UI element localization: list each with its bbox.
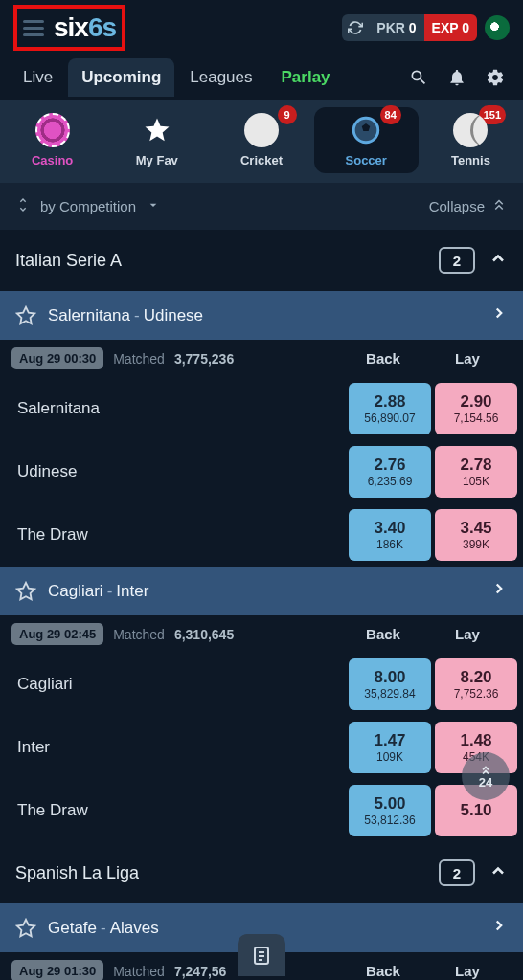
chevron-up-icon: [489, 861, 508, 885]
star-icon: [140, 113, 174, 147]
back-header: Back: [341, 350, 425, 367]
currency-balance: PKR 0: [369, 14, 423, 41]
outcome-row: Salernitana 2.8856,890.07 2.907,154.56: [0, 377, 523, 440]
league-header[interactable]: Spanish La Liga 2: [0, 842, 523, 903]
league-name: Italian Serie A: [15, 251, 122, 271]
matched-label: Matched: [113, 964, 165, 979]
match-info-row: Aug 29 02:45 Matched 6,310,645 BackLay: [0, 615, 523, 653]
lay-odds[interactable]: 2.907,154.56: [435, 383, 517, 434]
casino-chip-icon: [35, 113, 70, 147]
refresh-icon[interactable]: [342, 14, 369, 41]
sport-soccer-label: Soccer: [346, 153, 387, 167]
league-name: Spanish La Liga: [15, 863, 139, 883]
back-odds[interactable]: 5.0053,812.36: [349, 785, 431, 836]
back-odds[interactable]: 1.47109K: [349, 722, 431, 773]
balance-pill[interactable]: PKR 0 EXP 0: [342, 14, 477, 41]
lay-odds[interactable]: 3.45399K: [435, 509, 517, 561]
logo-text-main: six: [54, 12, 88, 42]
chevron-right-icon: [490, 917, 508, 939]
tab-live[interactable]: Live: [10, 58, 66, 97]
match-title: Cagliari-Inter: [48, 582, 479, 601]
scroll-top-button[interactable]: 24: [462, 752, 510, 800]
match-header[interactable]: Cagliari-Inter: [0, 567, 523, 615]
soccer-ball-icon: [349, 113, 383, 147]
outcome-name: The Draw: [17, 801, 349, 820]
match-time: Aug 29 02:45: [11, 623, 103, 645]
favorite-star-icon[interactable]: [15, 305, 36, 326]
matched-value: 3,775,236: [174, 351, 234, 367]
sport-myfav-label: My Fav: [136, 153, 178, 167]
chevron-up-icon: [489, 249, 508, 273]
back-odds[interactable]: 3.40186K: [349, 509, 431, 561]
gear-icon[interactable]: [485, 67, 506, 88]
tab-parlay[interactable]: Parlay: [268, 58, 344, 97]
sport-casino[interactable]: Casino: [0, 107, 104, 173]
cricket-ball-icon: [244, 113, 279, 147]
tennis-ball-icon: [453, 113, 488, 147]
header-right: PKR 0 EXP 0: [342, 14, 510, 41]
collapse-label: Collapse: [429, 198, 485, 214]
back-odds[interactable]: 2.766,235.69: [349, 446, 431, 498]
match-header[interactable]: Salernitana-Udinese: [0, 291, 523, 340]
lay-header: Lay: [425, 350, 510, 367]
match-info-row: Aug 29 00:30 Matched 3,775,236 BackLay: [0, 340, 523, 377]
lay-odds[interactable]: 2.78105K: [435, 446, 517, 498]
logo[interactable]: six6s: [54, 12, 116, 43]
country-flag-icon[interactable]: [485, 15, 510, 40]
double-chevron-up-icon: [490, 196, 508, 216]
sport-myfav[interactable]: My Fav: [104, 107, 209, 173]
matched-label: Matched: [113, 351, 165, 367]
exposure-balance: EXP 0: [424, 14, 477, 41]
outcome-name: Inter: [17, 738, 349, 757]
search-icon[interactable]: [408, 67, 429, 88]
collapse-button[interactable]: Collapse: [429, 196, 508, 216]
matched-label: Matched: [113, 627, 165, 642]
sport-cricket-label: Cricket: [240, 153, 283, 167]
back-odds[interactable]: 2.8856,890.07: [349, 383, 431, 434]
chevron-right-icon: [490, 304, 508, 326]
bell-icon[interactable]: [446, 67, 467, 88]
outcome-row: Cagliari 8.0035,829.84 8.207,752.36: [0, 653, 523, 716]
sort-bar: by Competition Collapse: [0, 183, 523, 230]
menu-icon[interactable]: [23, 20, 44, 36]
logo-text-accent: 6s: [88, 12, 116, 42]
sport-tennis[interactable]: 151 Tennis: [419, 107, 523, 173]
cricket-badge: 9: [278, 105, 297, 124]
outcome-name: Udinese: [17, 462, 349, 481]
back-header: Back: [341, 626, 425, 642]
tab-leagues[interactable]: Leagues: [176, 58, 265, 97]
soccer-badge: 84: [380, 105, 401, 124]
favorite-star-icon[interactable]: [15, 918, 36, 939]
sort-dropdown[interactable]: by Competition: [15, 197, 161, 215]
sport-soccer[interactable]: 84 Soccer: [314, 107, 419, 173]
tab-upcoming[interactable]: Upcoming: [68, 58, 174, 97]
sport-categories: Casino My Fav 9 Cricket 84 Soccer 151 Te…: [0, 100, 523, 183]
betslip-button[interactable]: [238, 934, 285, 976]
tab-actions: [408, 67, 513, 88]
lay-odds[interactable]: 8.207,752.36: [435, 658, 517, 710]
favorite-star-icon[interactable]: [15, 581, 36, 602]
matched-value: 6,310,645: [174, 627, 234, 642]
scroll-count: 24: [479, 775, 492, 790]
lay-header: Lay: [425, 626, 510, 642]
outcome-row: The Draw 5.0053,812.36 5.10: [0, 779, 523, 842]
sort-label: by Competition: [40, 198, 136, 214]
back-header: Back: [341, 963, 425, 979]
chevron-down-icon: [146, 197, 161, 215]
header-left-highlight: six6s: [13, 5, 125, 51]
league-count: 2: [439, 859, 475, 886]
lay-header: Lay: [425, 963, 510, 979]
sport-tennis-label: Tennis: [451, 153, 490, 167]
sort-icon: [15, 197, 31, 215]
match-title: Salernitana-Udinese: [48, 306, 479, 325]
league-header[interactable]: Italian Serie A 2: [0, 230, 523, 291]
outcome-name: The Draw: [17, 525, 349, 545]
match-time: Aug 29 00:30: [11, 347, 103, 369]
matched-value: 7,247,56: [174, 964, 227, 979]
outcome-name: Cagliari: [17, 675, 349, 694]
back-odds[interactable]: 8.0035,829.84: [349, 658, 431, 710]
match-time: Aug 29 01:30: [11, 960, 103, 980]
league-count: 2: [439, 247, 475, 274]
sport-cricket[interactable]: 9 Cricket: [209, 107, 313, 173]
outcome-name: Salernitana: [17, 399, 349, 418]
